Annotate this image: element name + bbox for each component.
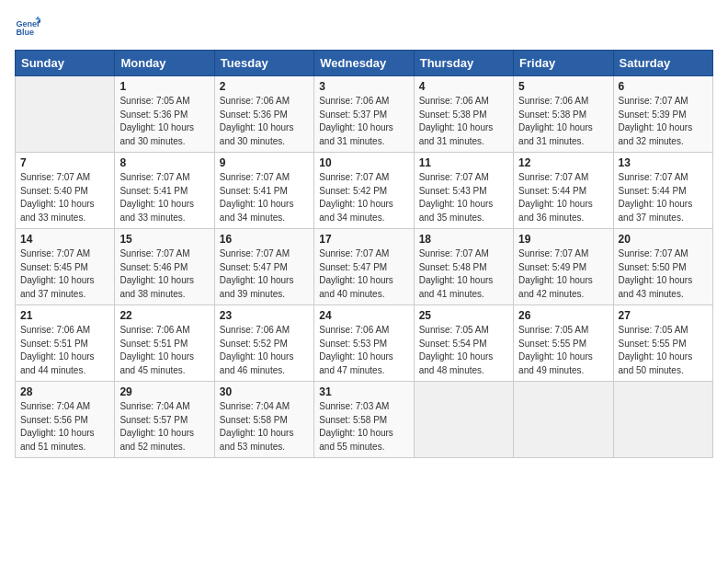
calendar-cell: 7Sunrise: 7:07 AM Sunset: 5:40 PM Daylig… bbox=[16, 153, 115, 229]
day-number: 20 bbox=[619, 233, 708, 246]
day-number: 28 bbox=[20, 385, 109, 398]
calendar-body: 1Sunrise: 7:05 AM Sunset: 5:36 PM Daylig… bbox=[16, 76, 713, 458]
calendar-week-5: 28Sunrise: 7:04 AM Sunset: 5:56 PM Dayli… bbox=[16, 382, 713, 458]
day-info: Sunrise: 7:06 AM Sunset: 5:51 PM Dayligh… bbox=[119, 324, 209, 377]
day-number: 23 bbox=[220, 309, 309, 322]
calendar-cell: 8Sunrise: 7:07 AM Sunset: 5:41 PM Daylig… bbox=[115, 153, 214, 229]
calendar-cell: 31Sunrise: 7:03 AM Sunset: 5:58 PM Dayli… bbox=[314, 382, 414, 458]
day-info: Sunrise: 7:07 AM Sunset: 5:39 PM Dayligh… bbox=[619, 95, 708, 148]
day-number: 6 bbox=[619, 80, 708, 93]
calendar-cell: 16Sunrise: 7:07 AM Sunset: 5:47 PM Dayli… bbox=[214, 229, 313, 305]
svg-text:General: General bbox=[16, 19, 40, 29]
calendar-week-1: 1Sunrise: 7:05 AM Sunset: 5:36 PM Daylig… bbox=[16, 76, 713, 153]
day-number: 16 bbox=[220, 233, 309, 246]
calendar-cell: 27Sunrise: 7:05 AM Sunset: 5:55 PM Dayli… bbox=[613, 305, 712, 382]
day-info: Sunrise: 7:06 AM Sunset: 5:38 PM Dayligh… bbox=[419, 95, 508, 148]
day-info: Sunrise: 7:07 AM Sunset: 5:40 PM Dayligh… bbox=[20, 171, 109, 224]
day-info: Sunrise: 7:07 AM Sunset: 5:45 PM Dayligh… bbox=[20, 247, 109, 301]
calendar-cell: 29Sunrise: 7:04 AM Sunset: 5:57 PM Dayli… bbox=[115, 382, 214, 458]
calendar-cell: 19Sunrise: 7:07 AM Sunset: 5:49 PM Dayli… bbox=[514, 229, 613, 305]
calendar-header: SundayMondayTuesdayWednesdayThursdayFrid… bbox=[16, 51, 713, 76]
calendar-cell: 20Sunrise: 7:07 AM Sunset: 5:50 PM Dayli… bbox=[613, 229, 712, 305]
calendar-table: SundayMondayTuesdayWednesdayThursdayFrid… bbox=[15, 50, 713, 458]
day-info: Sunrise: 7:05 AM Sunset: 5:55 PM Dayligh… bbox=[518, 324, 608, 377]
day-info: Sunrise: 7:05 AM Sunset: 5:36 PM Dayligh… bbox=[119, 95, 209, 148]
day-number: 13 bbox=[619, 156, 708, 169]
day-number: 30 bbox=[220, 385, 309, 398]
day-number: 4 bbox=[419, 80, 508, 93]
day-info: Sunrise: 7:06 AM Sunset: 5:37 PM Dayligh… bbox=[319, 95, 408, 148]
day-number: 11 bbox=[419, 156, 508, 169]
logo: General Blue bbox=[15, 15, 44, 40]
calendar-cell: 12Sunrise: 7:07 AM Sunset: 5:44 PM Dayli… bbox=[514, 153, 613, 229]
day-number: 8 bbox=[119, 156, 209, 169]
day-number: 3 bbox=[319, 80, 408, 93]
day-number: 15 bbox=[119, 233, 209, 246]
day-number: 2 bbox=[220, 80, 309, 93]
day-header-sunday: Sunday bbox=[16, 51, 115, 76]
calendar-cell: 18Sunrise: 7:07 AM Sunset: 5:48 PM Dayli… bbox=[414, 229, 513, 305]
day-info: Sunrise: 7:07 AM Sunset: 5:41 PM Dayligh… bbox=[220, 171, 309, 224]
calendar-cell: 14Sunrise: 7:07 AM Sunset: 5:45 PM Dayli… bbox=[16, 229, 115, 305]
calendar-cell: 25Sunrise: 7:05 AM Sunset: 5:54 PM Dayli… bbox=[414, 305, 513, 382]
calendar-cell: 13Sunrise: 7:07 AM Sunset: 5:44 PM Dayli… bbox=[613, 153, 712, 229]
calendar-cell: 15Sunrise: 7:07 AM Sunset: 5:46 PM Dayli… bbox=[115, 229, 214, 305]
day-number: 18 bbox=[419, 233, 508, 246]
day-number: 25 bbox=[419, 309, 508, 322]
day-info: Sunrise: 7:04 AM Sunset: 5:56 PM Dayligh… bbox=[20, 400, 109, 454]
day-info: Sunrise: 7:06 AM Sunset: 5:51 PM Dayligh… bbox=[20, 324, 109, 377]
day-number: 31 bbox=[319, 385, 408, 398]
svg-text:Blue: Blue bbox=[16, 28, 34, 37]
day-info: Sunrise: 7:07 AM Sunset: 5:48 PM Dayligh… bbox=[419, 247, 508, 301]
calendar-cell: 2Sunrise: 7:06 AM Sunset: 5:36 PM Daylig… bbox=[214, 76, 313, 153]
calendar-cell: 4Sunrise: 7:06 AM Sunset: 5:38 PM Daylig… bbox=[414, 76, 513, 153]
calendar-cell: 24Sunrise: 7:06 AM Sunset: 5:53 PM Dayli… bbox=[314, 305, 414, 382]
calendar-week-2: 7Sunrise: 7:07 AM Sunset: 5:40 PM Daylig… bbox=[16, 153, 713, 229]
day-info: Sunrise: 7:07 AM Sunset: 5:47 PM Dayligh… bbox=[319, 247, 408, 301]
calendar-cell: 23Sunrise: 7:06 AM Sunset: 5:52 PM Dayli… bbox=[214, 305, 313, 382]
day-info: Sunrise: 7:07 AM Sunset: 5:50 PM Dayligh… bbox=[619, 247, 708, 301]
day-number: 22 bbox=[119, 309, 209, 322]
calendar-cell: 22Sunrise: 7:06 AM Sunset: 5:51 PM Dayli… bbox=[115, 305, 214, 382]
day-header-saturday: Saturday bbox=[613, 51, 712, 76]
calendar-cell: 21Sunrise: 7:06 AM Sunset: 5:51 PM Dayli… bbox=[16, 305, 115, 382]
day-number: 14 bbox=[20, 233, 109, 246]
day-number: 5 bbox=[518, 80, 608, 93]
day-info: Sunrise: 7:06 AM Sunset: 5:36 PM Dayligh… bbox=[220, 95, 309, 148]
day-header-friday: Friday bbox=[514, 51, 613, 76]
day-number: 10 bbox=[319, 156, 408, 169]
day-number: 17 bbox=[319, 233, 408, 246]
day-header-monday: Monday bbox=[115, 51, 214, 76]
calendar-cell bbox=[613, 382, 712, 458]
calendar-cell: 6Sunrise: 7:07 AM Sunset: 5:39 PM Daylig… bbox=[613, 76, 712, 153]
day-number: 12 bbox=[518, 156, 608, 169]
day-info: Sunrise: 7:04 AM Sunset: 5:57 PM Dayligh… bbox=[119, 400, 209, 454]
day-info: Sunrise: 7:06 AM Sunset: 5:52 PM Dayligh… bbox=[220, 324, 309, 377]
day-number: 7 bbox=[20, 156, 109, 169]
calendar-cell: 30Sunrise: 7:04 AM Sunset: 5:58 PM Dayli… bbox=[214, 382, 313, 458]
day-info: Sunrise: 7:03 AM Sunset: 5:58 PM Dayligh… bbox=[319, 400, 408, 454]
day-info: Sunrise: 7:07 AM Sunset: 5:49 PM Dayligh… bbox=[518, 247, 608, 301]
calendar-cell bbox=[16, 76, 115, 153]
calendar-cell: 9Sunrise: 7:07 AM Sunset: 5:41 PM Daylig… bbox=[214, 153, 313, 229]
calendar-cell: 17Sunrise: 7:07 AM Sunset: 5:47 PM Dayli… bbox=[314, 229, 414, 305]
day-number: 21 bbox=[20, 309, 109, 322]
calendar-cell: 3Sunrise: 7:06 AM Sunset: 5:37 PM Daylig… bbox=[314, 76, 414, 153]
calendar-cell: 5Sunrise: 7:06 AM Sunset: 5:38 PM Daylig… bbox=[514, 76, 613, 153]
day-number: 1 bbox=[119, 80, 209, 93]
day-info: Sunrise: 7:07 AM Sunset: 5:44 PM Dayligh… bbox=[619, 171, 708, 224]
calendar-week-3: 14Sunrise: 7:07 AM Sunset: 5:45 PM Dayli… bbox=[16, 229, 713, 305]
day-header-tuesday: Tuesday bbox=[214, 51, 313, 76]
calendar-cell bbox=[514, 382, 613, 458]
calendar-cell: 1Sunrise: 7:05 AM Sunset: 5:36 PM Daylig… bbox=[115, 76, 214, 153]
day-number: 27 bbox=[619, 309, 708, 322]
svg-marker-2 bbox=[35, 16, 40, 19]
day-number: 26 bbox=[518, 309, 608, 322]
day-header-wednesday: Wednesday bbox=[314, 51, 414, 76]
calendar-cell: 28Sunrise: 7:04 AM Sunset: 5:56 PM Dayli… bbox=[16, 382, 115, 458]
day-header-thursday: Thursday bbox=[414, 51, 513, 76]
day-info: Sunrise: 7:04 AM Sunset: 5:58 PM Dayligh… bbox=[220, 400, 309, 454]
day-info: Sunrise: 7:06 AM Sunset: 5:38 PM Dayligh… bbox=[518, 95, 608, 148]
calendar-cell: 10Sunrise: 7:07 AM Sunset: 5:42 PM Dayli… bbox=[314, 153, 414, 229]
calendar-cell: 26Sunrise: 7:05 AM Sunset: 5:55 PM Dayli… bbox=[514, 305, 613, 382]
